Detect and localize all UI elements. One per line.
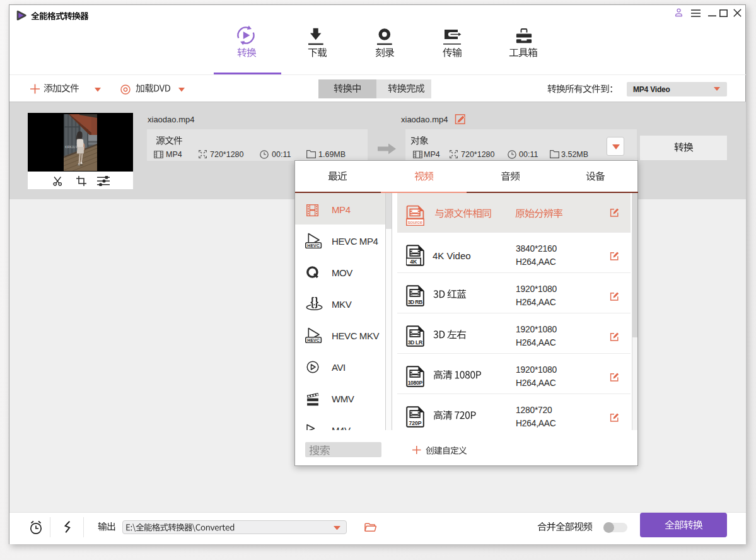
svg-text:HEVC: HEVC — [307, 338, 319, 342]
svg-text:3D LR: 3D LR — [408, 339, 423, 346]
svg-text:KIRKJU FI: KIRKJU FI — [65, 146, 79, 149]
svg-text:4K: 4K — [410, 259, 417, 265]
svg-text:source: source — [408, 219, 422, 225]
svg-text:3D RB: 3D RB — [408, 299, 423, 305]
svg-text:1080P: 1080P — [408, 380, 423, 386]
svg-text:720P: 720P — [409, 420, 421, 426]
svg-text:HEVC: HEVC — [307, 243, 319, 248]
